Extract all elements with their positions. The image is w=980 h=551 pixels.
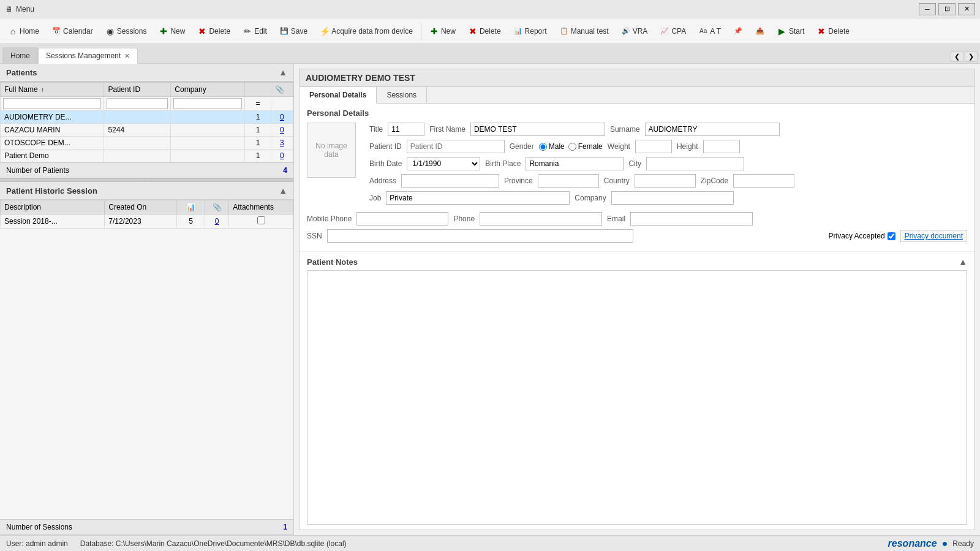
restore-button[interactable]: ⊡	[938, 3, 956, 15]
privacy-document-link[interactable]: Privacy document	[900, 230, 967, 242]
nav-back-button[interactable]: ❮	[951, 51, 963, 62]
session-row-0[interactable]: Session 2018-... 7/12/2023 5 0	[1, 215, 293, 229]
birthplace-input[interactable]	[526, 157, 624, 170]
patient-num-2: 1	[245, 137, 271, 150]
delete-r-button[interactable]: Delete	[811, 23, 855, 39]
tab-sessions-management[interactable]: Sessions Management ✕	[38, 48, 138, 64]
row-birthdate: Birth Date 1/1/1990 Birth Place City	[369, 157, 967, 170]
city-input[interactable]	[646, 157, 744, 170]
at-button[interactable]: A T	[693, 23, 726, 39]
nav-fwd-button[interactable]: ❯	[965, 51, 978, 62]
new1-button[interactable]: New	[153, 23, 190, 39]
edit-button[interactable]: Edit	[237, 23, 273, 39]
delete2-button[interactable]: Delete	[462, 23, 507, 39]
address-input[interactable]	[401, 174, 499, 188]
filter-fullname-input[interactable]	[3, 98, 101, 109]
privacy-accepted-checkbox[interactable]	[888, 232, 895, 240]
col-header-description: Description	[1, 200, 105, 215]
manual-test-button[interactable]: Manual test	[554, 23, 614, 39]
calendar-button[interactable]: Calendar	[46, 23, 99, 39]
mobilephone-input[interactable]	[356, 212, 448, 226]
user-label: User:	[6, 539, 24, 548]
patient-link-1[interactable]: 0	[271, 124, 293, 137]
pin-button[interactable]	[728, 23, 748, 39]
patient-link-3[interactable]: 0	[271, 150, 293, 162]
province-input[interactable]	[538, 174, 599, 188]
home-button[interactable]: Home	[2, 23, 45, 39]
historic-title: Patient Historic Session	[6, 186, 97, 196]
session-attach-checkbox-0[interactable]	[257, 216, 265, 224]
tab-personal-details[interactable]: Personal Details	[300, 87, 377, 104]
historic-collapse-button[interactable]	[279, 186, 287, 196]
patient-link-0[interactable]: 0	[271, 111, 293, 124]
close-button[interactable]: ✕	[958, 3, 975, 15]
right-panel: AUDIOMETRY DEMO TEST Personal Details Se…	[294, 64, 980, 535]
col-header-fullname[interactable]: Full Name ↑	[1, 83, 104, 97]
gender-male-label[interactable]: Male	[539, 142, 565, 151]
save-button[interactable]: Save	[274, 23, 313, 39]
session-col4-0[interactable]: 0	[205, 215, 228, 229]
zipcode-input[interactable]	[733, 174, 794, 188]
report-icon	[513, 26, 523, 36]
patient-company-0	[171, 111, 245, 124]
patients-table-container: Full Name ↑ Patient ID Company	[0, 82, 293, 162]
height-input[interactable]	[703, 140, 740, 153]
patient-row-3[interactable]: Patient Demo 1 0	[1, 150, 293, 162]
privacy-accepted-label[interactable]: Privacy Accepted	[829, 232, 895, 240]
patient-row-0[interactable]: AUDIOMETRY DE... 1 0	[1, 111, 293, 124]
patient-company-1	[171, 124, 245, 137]
tab-home[interactable]: Home	[2, 47, 38, 63]
tab-close-icon[interactable]: ✕	[124, 52, 130, 60]
col-header-patientid[interactable]: Patient ID	[104, 83, 171, 97]
export-button[interactable]	[750, 23, 771, 39]
notes-collapse-button[interactable]	[959, 257, 967, 267]
weight-label: Weight	[608, 142, 630, 151]
gender-female-label[interactable]: Female	[568, 142, 603, 151]
patient-company-3	[171, 150, 245, 162]
phone-input[interactable]	[480, 212, 602, 226]
vra-button[interactable]: VRA	[616, 23, 654, 39]
new1-icon	[159, 26, 168, 36]
gender-male-radio[interactable]	[539, 143, 547, 151]
gender-female-radio[interactable]	[568, 143, 576, 151]
filter-patientid-input[interactable]	[107, 98, 168, 109]
gender-label: Gender	[510, 142, 534, 151]
job-input[interactable]	[386, 191, 570, 205]
new2-button[interactable]: New	[424, 23, 461, 39]
start-button[interactable]: Start	[772, 23, 810, 39]
country-input[interactable]	[635, 174, 696, 188]
patients-collapse-button[interactable]	[279, 67, 287, 77]
surname-input[interactable]	[645, 123, 780, 136]
row-title-firstname-surname: Title First Name Surname	[369, 123, 967, 136]
birthdate-select[interactable]: 1/1/1990	[407, 157, 480, 170]
report-button[interactable]: Report	[508, 23, 552, 39]
at-icon	[698, 26, 708, 36]
ssn-input[interactable]	[327, 229, 633, 243]
filter-company-input[interactable]	[173, 98, 242, 109]
sessions-button[interactable]: Sessions	[100, 23, 153, 39]
calendar-icon	[51, 26, 61, 36]
patient-notes-textarea[interactable]	[307, 270, 967, 525]
weight-input[interactable]	[635, 140, 672, 153]
row-address: Address Province Country ZipCode	[369, 174, 967, 188]
status-left: User: admin admin Database: C:\Users\Mar…	[6, 539, 347, 548]
firstname-input[interactable]	[470, 123, 605, 136]
patient-link-2[interactable]: 3	[271, 137, 293, 150]
email-input[interactable]	[630, 212, 753, 226]
title-input[interactable]	[388, 123, 424, 136]
minimize-button[interactable]: ─	[919, 3, 936, 15]
tab-sessions[interactable]: Sessions	[377, 87, 427, 103]
acquire-button[interactable]: Acquire data from device	[314, 23, 418, 39]
patient-num-3: 1	[245, 150, 271, 162]
patient-row-2[interactable]: OTOSCOPE DEM... 1 3	[1, 137, 293, 150]
address-label: Address	[369, 177, 396, 185]
col-header-company[interactable]: Company	[171, 83, 245, 97]
col-header-attach: 📎	[205, 200, 228, 215]
row-contact: Mobile Phone Phone Email	[307, 212, 967, 226]
company-input[interactable]	[611, 191, 734, 205]
sort-fullname-icon[interactable]: ↑	[41, 86, 44, 93]
patient-row-1[interactable]: CAZACU MARIN 5244 1 0	[1, 124, 293, 137]
delete1-button[interactable]: Delete	[192, 23, 236, 39]
patientid-input[interactable]	[407, 140, 505, 153]
cpa-button[interactable]: CPA	[654, 23, 692, 39]
